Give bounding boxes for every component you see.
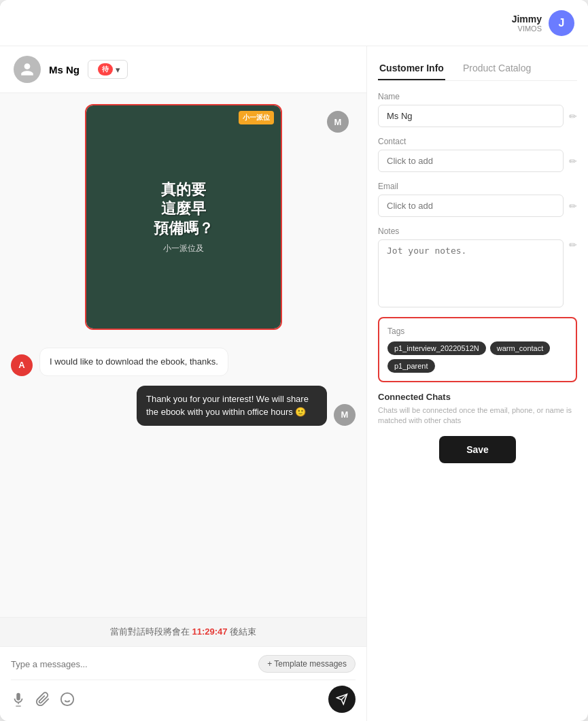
chalkboard-subtitle: 小一派位及 [163,243,204,254]
tab-customer-info[interactable]: Customer Info [378,57,445,80]
sender-avatar-m: M [327,111,349,133]
notes-label: Notes [378,227,577,236]
tag-chip-warmcontact[interactable]: warm_contact [490,341,550,355]
email-label: Email [378,182,577,191]
app-header: Jimmy VIMOS J [0,0,588,46]
contact-avatar [14,56,41,83]
sent-message-text: Thank you for your interest! We will sha… [146,394,309,418]
timer-suffix: 後結束 [230,626,256,637]
email-edit-icon[interactable]: ✏ [569,201,577,212]
contact-field-row: ✏ [378,150,577,172]
sent-message-bubble: Thank you for your interest! We will sha… [137,386,327,426]
emoji-icon[interactable] [60,692,75,707]
name-label: Name [378,92,577,101]
name-edit-icon[interactable]: ✏ [569,111,577,122]
chalkboard-image: 小一派位 真的要這麼早預備嗎？ 小一派位及 [86,105,281,329]
tags-row: p1_interview_20220512N warm_contact p1_p… [387,341,568,373]
timer-text: 當前對話時段將會在 [110,626,190,637]
chat-panel: Ms Ng 待 ▾ 小一派位 真的要這麼早預備嗎？ 小一派位及 [0,46,367,721]
template-messages-button[interactable]: + Template messages [258,655,356,673]
chat-toolbar [11,680,356,713]
microphone-icon[interactable] [11,692,26,707]
received-message-bubble: I would like to download the ebook, than… [39,348,228,376]
connected-chats-section: Connected Chats Chats will be connected … [378,392,577,426]
tab-product-catalog[interactable]: Product Catalog [462,57,532,80]
chat-message-input[interactable] [11,659,253,669]
tabs-row: Customer Info Product Catalog [378,57,577,81]
image-message-body: Do parents really need to get ready for … [86,329,281,330]
header-user-info: Jimmy VIMOS [512,14,542,33]
name-field-row: ✏ [378,105,577,127]
svg-point-0 [61,693,73,705]
connected-chats-desc: Chats will be connected once the email, … [378,405,577,426]
received-message-text: I would like to download the ebook, than… [50,356,218,367]
right-panel: Customer Info Product Catalog Name ✏ Con… [367,46,588,721]
chevron-down-icon: ▾ [116,65,120,75]
chat-input-area: + Template messages [0,646,366,721]
image-message-card: 小一派位 真的要這麼早預備嗎？ 小一派位及 Do parents really … [85,104,282,330]
name-input[interactable] [378,105,564,127]
email-input[interactable] [378,195,564,217]
save-button[interactable]: Save [439,436,516,463]
image-message-row: 小一派位 真的要這麼早預備嗎？ 小一派位及 Do parents really … [11,104,356,341]
notes-field-row: ✏ [378,239,577,307]
tag-dropdown-button[interactable]: 待 ▾ [88,60,128,79]
person-icon [20,62,35,77]
connected-chats-title: Connected Chats [378,392,577,402]
name-form-group: Name ✏ [378,92,577,127]
chat-toolbar-left [11,692,75,707]
tag-chip-p1interview[interactable]: p1_interview_20220512N [387,341,486,355]
contact-form-group: Contact ✏ [378,137,577,172]
notes-edit-icon[interactable]: ✏ [569,239,577,250]
contact-input[interactable] [378,150,564,172]
timer-countdown: 11:29:47 [192,626,227,637]
chat-input-row: + Template messages [11,655,356,673]
chalkboard-main-text: 真的要這麼早預備嗎？ [154,180,213,239]
tags-section: Tags p1_interview_20220512N warm_contact… [378,317,577,382]
send-button[interactable] [328,686,356,713]
avatar: J [549,10,574,36]
header-user: Jimmy VIMOS J [512,10,574,36]
attachment-icon[interactable] [35,692,50,707]
chalkboard-label: 小一派位 [239,111,274,124]
email-field-row: ✏ [378,195,577,217]
chat-header: Ms Ng 待 ▾ [0,46,366,93]
message-row-sent: Thank you for your interest! We will sha… [11,386,356,426]
chat-messages: 小一派位 真的要這麼早預備嗎？ 小一派位及 Do parents really … [0,93,366,617]
tag-badge: 待 [98,63,113,76]
header-user-company: VIMOS [512,24,542,33]
contact-label: Contact [378,137,577,146]
receiver-avatar-a: A [11,354,33,376]
timer-bar: 當前對話時段將會在 11:29:47 後結束 [0,617,366,646]
tag-chip-p1parent[interactable]: p1_parent [387,359,435,373]
main-content: Ms Ng 待 ▾ 小一派位 真的要這麼早預備嗎？ 小一派位及 [0,46,588,721]
contact-name: Ms Ng [49,64,80,76]
send-icon [336,693,348,705]
message-row-received: A I would like to download the ebook, th… [11,348,356,376]
notes-textarea[interactable] [378,239,564,307]
contact-edit-icon[interactable]: ✏ [569,156,577,167]
email-form-group: Email ✏ [378,182,577,217]
header-user-name: Jimmy [512,14,542,24]
tags-label: Tags [387,326,568,336]
sender-avatar-m2: M [334,404,356,426]
notes-form-group: Notes ✏ [378,227,577,307]
